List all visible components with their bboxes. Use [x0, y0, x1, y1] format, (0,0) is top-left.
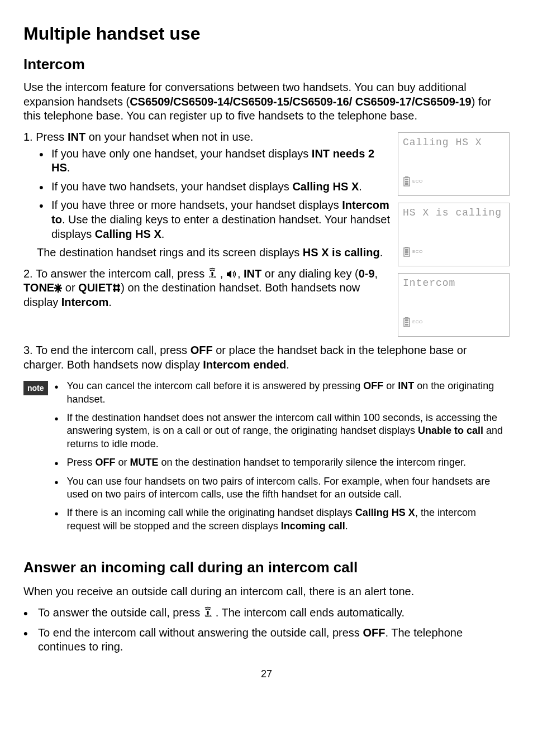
- svg-rect-10: [405, 251, 408, 253]
- svg-rect-6: [405, 183, 408, 185]
- b3-bold2: Calling HS X: [95, 228, 161, 240]
- screen3-text: Intercom: [403, 277, 505, 290]
- step1-pre: 1. Press: [23, 131, 68, 143]
- step1-bullet-3: If you have three or more handsets, your…: [37, 198, 392, 241]
- s2-quiet: QUIET: [78, 281, 112, 294]
- s2-9: 9: [368, 267, 374, 280]
- talk-icon: TALK: [203, 606, 216, 618]
- n3-post: on the destination handset to temporaril…: [159, 457, 466, 468]
- s2-int: INT: [244, 267, 261, 280]
- intercom-intro: Use the intercom feature for conversatio…: [23, 80, 510, 123]
- s2-m1: ,: [220, 267, 226, 280]
- note-4: You can use four handsets on two pairs o…: [55, 475, 510, 501]
- intercom-heading: Intercom: [23, 55, 510, 74]
- svg-rect-15: [405, 322, 408, 323]
- s2-or: or: [62, 281, 78, 294]
- svg-rect-4: [405, 179, 408, 180]
- b1-pre: If you have only one handset, your hands…: [51, 147, 312, 160]
- note-1: You can cancel the intercom call before …: [55, 380, 510, 406]
- step-1: 1. Press INT on your handset when not in…: [23, 130, 392, 260]
- dest-pre: The destination handset rings and its sc…: [37, 246, 303, 259]
- star-icon: [54, 284, 62, 293]
- s3-end: .: [286, 358, 289, 371]
- note-3: Press OFF or MUTE on the destination han…: [55, 456, 510, 469]
- svg-rect-14: [405, 319, 408, 321]
- s3-off: OFF: [191, 344, 213, 356]
- ab1-pre: To answer the outside call, press: [38, 606, 203, 619]
- n1-or: or: [383, 380, 398, 391]
- n1-pre: You can cancel the intercom call before …: [67, 380, 364, 391]
- page-number: 27: [23, 668, 510, 681]
- dest-bold: HS X is calling: [303, 246, 380, 259]
- b2-bold: Calling HS X: [292, 180, 359, 193]
- screen-calling: Calling HS X ECO: [398, 132, 510, 196]
- section-title: Multiple handset use: [23, 22, 510, 45]
- step1-bullet-1: If you have only one handset, your hands…: [37, 147, 392, 175]
- note-5: If there is an incoming call while the o…: [55, 506, 510, 533]
- s2-end: .: [108, 296, 112, 308]
- ab2-pre: To end the intercom call without answeri…: [38, 626, 363, 639]
- intro-models: CS6509/CS6509-14/CS6509-15/CS6509-16/ CS…: [130, 95, 472, 108]
- destination-line: The destination handset rings and its sc…: [37, 246, 392, 260]
- svg-rect-9: [405, 249, 408, 251]
- talk-icon: TALK: [208, 267, 220, 279]
- eco-label: ECO: [412, 249, 423, 255]
- step1-bullet-2: If you have two handsets, your handset d…: [37, 180, 392, 194]
- svg-rect-11: [405, 253, 408, 255]
- n3-or: or: [116, 457, 130, 468]
- eco-label: ECO: [412, 319, 423, 325]
- step1-key: INT: [68, 131, 85, 143]
- answer-bullet-1: To answer the outside call, press TALK. …: [23, 606, 510, 620]
- s3-bold: Intercom ended: [203, 358, 286, 371]
- screen1-text: Calling HS X: [403, 136, 505, 149]
- b3-pre: If you have three or more handsets, your…: [51, 199, 342, 211]
- battery-icon: [403, 247, 411, 257]
- n2-bold: Unable to call: [418, 425, 483, 436]
- n5-post: .: [345, 520, 348, 532]
- s3-pre: 3. To end the intercom call, press: [23, 344, 191, 356]
- n5-b1: Calling HS X: [355, 507, 415, 518]
- svg-rect-5: [405, 181, 408, 183]
- note-badge: note: [23, 381, 48, 395]
- b1-post: .: [67, 161, 70, 174]
- screen2-text: HS X is calling: [403, 207, 505, 219]
- ab1-post: . The intercom call ends automatically.: [216, 606, 404, 619]
- s2-tone: TONE: [23, 281, 54, 294]
- s2-0: 0: [359, 267, 365, 280]
- n1-off: OFF: [363, 380, 383, 391]
- s2-c1: ,: [375, 267, 378, 280]
- b3-post: .: [161, 228, 165, 240]
- s2-m2: ,: [237, 267, 244, 280]
- step-3: 3. To end the intercom call, press OFF o…: [23, 343, 510, 372]
- b2-pre: If you have two handsets, your handset d…: [51, 180, 292, 193]
- hash-icon: [112, 283, 121, 293]
- step-2: 2. To answer the intercom call, press TA…: [23, 267, 392, 310]
- answer-heading: Answer an incoming call during an interc…: [23, 558, 510, 577]
- answer-intro: When you receive an outside call during …: [23, 585, 510, 599]
- svg-rect-16: [405, 324, 408, 326]
- svg-text:TALK: TALK: [204, 614, 212, 618]
- n3-pre: Press: [67, 457, 96, 468]
- ab2-off: OFF: [363, 626, 385, 639]
- n5-b2: Incoming call: [281, 520, 345, 532]
- speaker-icon: [226, 270, 237, 279]
- n5-pre: If there is an incoming call while the o…: [67, 507, 355, 518]
- svg-text:TALK: TALK: [209, 275, 216, 279]
- n1-int: INT: [398, 380, 414, 391]
- dest-post: .: [380, 246, 383, 259]
- s2-pre: 2. To answer the intercom call, press: [23, 267, 208, 280]
- note-2: If the destination handset does not answ…: [55, 412, 510, 451]
- battery-icon: [403, 176, 411, 186]
- n3-mute: MUTE: [130, 457, 159, 468]
- s2-bold: Intercom: [61, 296, 108, 308]
- battery-icon: [403, 317, 411, 327]
- eco-label: ECO: [412, 179, 423, 184]
- s2-m3: or any dialing key (: [261, 267, 358, 280]
- screen-is-calling: HS X is calling ECO: [398, 203, 510, 266]
- screen-intercom: Intercom ECO: [398, 273, 510, 337]
- b2-post: .: [359, 180, 362, 193]
- step1-post: on your handset when not in use.: [85, 131, 253, 143]
- answer-bullet-2: To end the intercom call without answeri…: [23, 626, 510, 654]
- n3-off: OFF: [96, 457, 116, 468]
